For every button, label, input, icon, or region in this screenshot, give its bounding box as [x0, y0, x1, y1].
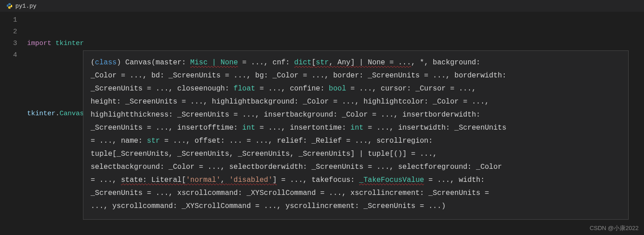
line-number: 3	[0, 38, 17, 50]
tooltip-text: 'normal'	[186, 176, 221, 184]
tooltip-text: = ..., width:	[424, 176, 484, 184]
tooltip-text: Misc | None	[190, 59, 238, 67]
tooltip-text: selectbackground: _Color = ..., selectbo…	[91, 163, 502, 171]
tooltip-text: ..., yscrollcommand: _XYScrollCommand = …	[91, 202, 446, 210]
tooltip-text: float	[234, 85, 255, 93]
tooltip-text: dict	[294, 59, 311, 67]
tooltip-text: str	[316, 59, 329, 67]
tooltip-text: , Any] | None = ...	[329, 59, 411, 67]
tooltip-text: highlightthickness: _ScreenUnits = ..., …	[91, 111, 480, 119]
tooltip-text: _ScreenUnits = ..., xscrollcommand: _XYS…	[91, 189, 489, 197]
line-number: 4	[0, 50, 17, 61]
tooltip-text: ]	[272, 176, 277, 184]
class-canvas: Canvas	[60, 110, 84, 118]
keyword-import: import	[27, 40, 51, 47]
tab-filename: py1.py	[15, 3, 37, 9]
tooltip-text: _Color = ..., bd: _ScreenUnits = ..., bg…	[91, 72, 506, 80]
tooltip-text: = ...,	[91, 176, 121, 184]
tooltip-text: class	[95, 59, 117, 67]
tooltip-text: _ScreenUnits = ..., closeenough:	[91, 85, 234, 93]
tooltip-text: = ..., cnf:	[238, 59, 294, 67]
tooltip-text: int	[242, 124, 255, 132]
tooltip-text: = ..., insertontime:	[255, 124, 350, 132]
dot: .	[55, 110, 60, 118]
tooltip-text: _TakeFocusValue	[359, 176, 424, 184]
python-icon	[6, 3, 13, 9]
module-name: tkinter	[55, 40, 84, 47]
line-number-gutter: 1 2 3 4	[0, 14, 27, 178]
tooltip-text: str	[147, 137, 160, 145]
tooltip-text: , *, background:	[411, 59, 481, 67]
tooltip-text: height: _ScreenUnits = ..., highlightbac…	[91, 98, 489, 106]
signature-help-tooltip: (class) Canvas(master: Misc | None = ...…	[83, 50, 629, 220]
tooltip-text: tuple[_ScreenUnits, _ScreenUnits, _Scree…	[91, 150, 437, 158]
tooltip-text: 'disabled'	[229, 176, 272, 184]
code-line[interactable]: import tkinter	[27, 38, 96, 50]
tab-bar: py1.py	[0, 0, 644, 12]
tooltip-text: = ..., takefocus:	[277, 176, 359, 184]
tooltip-text: = ..., cursor: _Cursor = ...,	[346, 85, 476, 93]
tooltip-text: = ..., insertwidth: _ScreenUnits	[363, 124, 506, 132]
tooltip-text: bool	[329, 85, 346, 93]
tab-py1[interactable]: py1.py	[3, 2, 42, 10]
watermark: CSDN @小康2022	[589, 224, 639, 232]
tooltip-text: (	[91, 59, 95, 67]
tooltip-text: [	[312, 59, 316, 67]
tooltip-text: = ..., name:	[91, 137, 147, 145]
tooltip-text: ,	[221, 176, 229, 184]
line-number: 1	[0, 14, 17, 26]
tooltip-text: state: Literal[	[121, 176, 186, 184]
tooltip-text: = ..., confine:	[255, 85, 329, 93]
tooltip-text: ) Canvas(master:	[117, 59, 190, 67]
tooltip-text: _ScreenUnits = ..., insertofftime:	[91, 124, 242, 132]
module-ref: tkinter	[27, 110, 55, 118]
tooltip-text: int	[350, 124, 363, 132]
tooltip-text: = ..., offset: ... = ..., relief: _Relie…	[160, 137, 433, 145]
line-number: 2	[0, 26, 17, 38]
